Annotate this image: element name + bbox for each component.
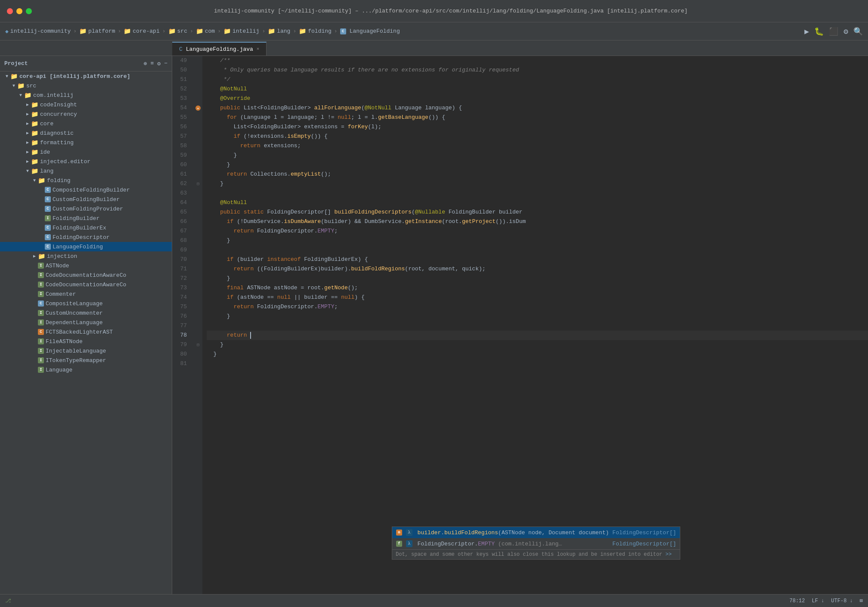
folder-icon-6: 📁 [299, 28, 306, 35]
sidebar-collapse-icon[interactable]: ≡ [151, 60, 154, 67]
encoding[interactable]: UTF-8 ↓ [831, 598, 852, 604]
tree-item-fileastnode[interactable]: I FileASTNode [0, 337, 172, 346]
tree-arrow-ide[interactable]: ▶ [24, 149, 31, 155]
tree-item-folding-builder-ex[interactable]: C FoldingBuilderEx [0, 223, 172, 232]
sidebar-locate-icon[interactable]: ⊕ [144, 60, 147, 67]
fold-icon-62[interactable]: ⊟ [197, 181, 199, 186]
tree-item-custom-uncommenter[interactable]: I CustomUncommenter [0, 308, 172, 318]
tree-item-coreapi[interactable]: ▼ 📁 core-api [intellij.platform.core] [0, 71, 172, 81]
tree-item-itokentype[interactable]: I ITokenTypeRemapper [0, 356, 172, 365]
tree-item-commenter[interactable]: I Commenter [0, 289, 172, 299]
tree-item-com-intellij[interactable]: ▼ 📁 com.intellij [0, 90, 172, 100]
close-button[interactable] [7, 8, 13, 14]
breadcrumb-coreapi[interactable]: 📁 core-api [124, 28, 159, 35]
tree-arrow-src[interactable]: ▼ [10, 82, 17, 89]
tree-item-injection[interactable]: ▶ 📁 injection [0, 251, 172, 261]
tree-item-astnode[interactable]: I ASTNode [0, 261, 172, 270]
window-controls[interactable] [7, 8, 32, 14]
autocomplete-item-0[interactable]: m λ builder.buildFoldRegions(ASTNode nod… [392, 527, 680, 538]
cursor-position[interactable]: 78:12 [790, 598, 805, 604]
tree-label-fold: folding [47, 177, 71, 184]
breadcrumb-class[interactable]: C LanguageFolding [340, 28, 400, 34]
maximize-button[interactable] [26, 8, 32, 14]
settings-button[interactable]: ⚙ [843, 27, 848, 36]
tab-close-button[interactable]: × [257, 46, 260, 52]
breadcrumb-intellij[interactable]: 📁 intellij [223, 28, 259, 35]
tab-languagefolding[interactable]: C LanguageFolding.java × [172, 42, 267, 56]
tree-arrow-inj[interactable]: ▶ [24, 158, 31, 165]
tree-item-concurrency[interactable]: ▶ 📁 concurrency [0, 109, 172, 119]
class-icon-cl: C [38, 300, 44, 307]
code-line-74: if (astNode == null || builder == null) … [207, 293, 868, 302]
breadcrumb-src[interactable]: 📁 src [168, 28, 187, 35]
minimize-button[interactable] [16, 8, 22, 14]
breadcrumb-com[interactable]: 📁 com [196, 28, 215, 35]
tree-item-injected[interactable]: ▶ 📁 injected.editor [0, 157, 172, 166]
folder-icon-fmt: 📁 [31, 139, 38, 146]
tree-item-ide[interactable]: ▶ 📁 ide [0, 147, 172, 157]
line-num-56: 56 [172, 122, 190, 132]
tree-item-composite-folding[interactable]: C CompositeFoldingBuilder [0, 185, 172, 195]
tree-arrow-fold[interactable]: ▼ [31, 177, 38, 184]
breadcrumb-platform[interactable]: 📁 platform [79, 28, 115, 35]
type-fbex-70: FoldingBuilderEx [304, 255, 358, 264]
tree-item-codedoc1[interactable]: I CodeDocumentationAwareCo [0, 270, 172, 280]
tree-item-codeinsight[interactable]: ▶ 📁 codeInsight [0, 100, 172, 109]
code-content[interactable]: /** * Only queries base language results… [202, 56, 868, 594]
tree-arrow-injection[interactable]: ▶ [31, 253, 38, 260]
tree-arrow-com[interactable]: ▼ [17, 92, 24, 99]
search-button[interactable]: 🔍 [853, 27, 863, 36]
tree-arrow-conc[interactable]: ▶ [24, 111, 31, 118]
fold-icon-79[interactable]: ⊟ [197, 342, 199, 347]
tree-item-folding-builder[interactable]: I FoldingBuilder [0, 214, 172, 223]
dot-57: . [284, 132, 287, 141]
tree-arrow-ci[interactable]: ▶ [24, 101, 31, 108]
tree-item-composite-language[interactable]: C CompositeLanguage [0, 299, 172, 308]
method-ida-66: isDumbAware [284, 217, 321, 226]
tree-arrow-diag[interactable]: ▶ [24, 130, 31, 136]
tree-item-language-folding[interactable]: C LanguageFolding [0, 242, 172, 251]
autocomplete-item-1[interactable]: f λ FoldingDescriptor.EMPTY (com.intelli… [392, 538, 680, 549]
gutter-51 [194, 75, 202, 84]
tree-item-fcts[interactable]: C FCTSBackedLighterAST [0, 327, 172, 337]
tree-arrow-coreapi[interactable]: ▼ [3, 73, 10, 80]
tree-arrow-fmt[interactable]: ▶ [24, 139, 31, 146]
tree-label-lgg: Language [46, 367, 72, 373]
breadcrumb-lang[interactable]: 📁 lang [268, 28, 290, 35]
tree-item-folding-descriptor[interactable]: C FoldingDescriptor [0, 232, 172, 242]
tree-arrow-lang[interactable]: ▼ [24, 167, 31, 174]
tree-item-codedoc2[interactable]: I CodeDocumentationAwareCo [0, 280, 172, 289]
code-line-57: if (!extensions.isEmpty()) { [207, 132, 868, 141]
comment-50: * Only queries base language results if … [207, 65, 519, 75]
gutter-74 [194, 293, 202, 302]
tree-item-custom-folding-builder[interactable]: C CustomFoldingBuilder [0, 195, 172, 204]
tree-item-src[interactable]: ▼ 📁 src [0, 81, 172, 90]
line-num-77: 77 [172, 321, 190, 331]
ac-lambda-icon-0: λ [406, 529, 412, 536]
tree-item-diagnostic[interactable]: ▶ 📁 diagnostic [0, 128, 172, 138]
folder-icon-0: 📁 [79, 28, 87, 35]
line-num-78: 78 [172, 331, 190, 340]
breadcrumb-project[interactable]: ◆ intellij-community [5, 28, 71, 35]
sidebar-close-icon[interactable]: − [164, 60, 167, 67]
line-ending[interactable]: LF ↓ [812, 598, 825, 604]
breadcrumb-folding[interactable]: 📁 folding [299, 28, 332, 35]
tree-item-formatting[interactable]: ▶ 📁 formatting [0, 138, 172, 147]
line-num-64: 64 [172, 198, 190, 207]
tree-arrow-core[interactable]: ▶ [24, 120, 31, 127]
coverage-button[interactable]: ⬛ [829, 27, 838, 36]
tree-item-folding[interactable]: ▼ 📁 folding [0, 176, 172, 185]
tree-item-dependent-language[interactable]: I DependentLanguage [0, 318, 172, 327]
ann-notnull-54: @NotNull [365, 103, 391, 113]
tree-item-core[interactable]: ▶ 📁 core [0, 119, 172, 128]
run-button[interactable]: ▶ [804, 27, 809, 36]
tree-item-custom-folding-provider[interactable]: C CustomFoldingProvider [0, 204, 172, 214]
var-builder-71: builder [321, 264, 344, 274]
tree-item-injectable[interactable]: I InjectableLanguage [0, 346, 172, 356]
code-56: List<FoldingBuilder> [207, 122, 304, 132]
sidebar-settings-icon[interactable]: ⚙ [157, 60, 161, 67]
tree-item-lang[interactable]: ▼ 📁 lang [0, 166, 172, 176]
hint-link[interactable]: >> [666, 551, 672, 557]
tree-item-language[interactable]: I Language [0, 365, 172, 375]
debug-button[interactable]: 🐛 [814, 27, 824, 36]
